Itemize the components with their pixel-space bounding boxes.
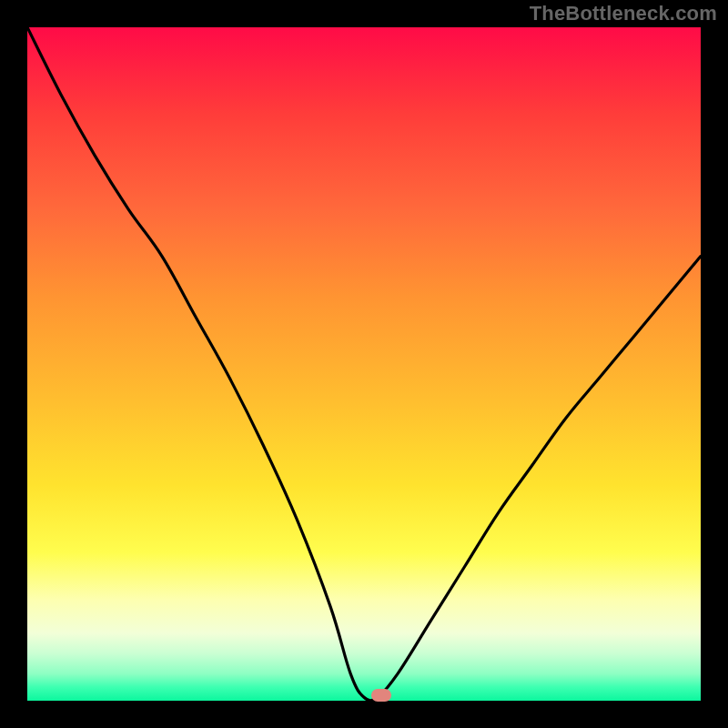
plot-area	[27, 27, 701, 701]
bottleneck-marker	[371, 689, 391, 702]
watermark-text: TheBottleneck.com	[530, 2, 717, 25]
bottleneck-curve	[27, 27, 701, 701]
chart-frame: TheBottleneck.com	[0, 0, 728, 728]
